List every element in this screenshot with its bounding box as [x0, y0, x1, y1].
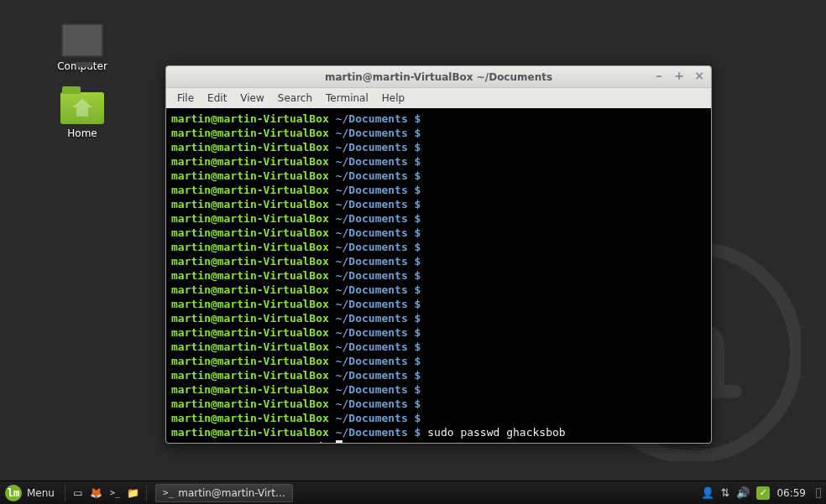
terminal-command-line: martin@martin-VirtualBox ~/Documents $ s…: [171, 425, 706, 439]
terminal-prompt-line: martin@martin-VirtualBox ~/Documents $: [171, 311, 706, 325]
taskbar-separator: [146, 485, 147, 501]
menu-search[interactable]: Search: [272, 91, 318, 106]
menu-terminal[interactable]: Terminal: [320, 91, 374, 106]
menu-help[interactable]: Help: [376, 91, 410, 106]
close-button[interactable]: ×: [693, 70, 706, 83]
files-launcher[interactable]: 📁: [124, 484, 143, 502]
terminal-prompt-line: martin@martin-VirtualBox ~/Documents $: [171, 112, 706, 126]
terminal-output-line: Enter new UNIX password:: [171, 439, 706, 443]
terminal-prompt-line: martin@martin-VirtualBox ~/Documents $: [171, 240, 706, 254]
show-desktop-icon: ▭: [73, 487, 82, 499]
terminal-window[interactable]: martin@martin-VirtualBox ~/Documents – +…: [165, 65, 712, 444]
desktop-icon-label: Home: [49, 127, 116, 139]
firefox-icon: 🦊: [90, 487, 102, 499]
terminal-prompt-line: martin@martin-VirtualBox ~/Documents $: [171, 297, 706, 311]
menu-view[interactable]: View: [234, 91, 269, 106]
taskbar: lm Menu ▭ 🦊 >_ 📁 >_ martin@martin-Virt… …: [0, 481, 826, 504]
terminal-launcher[interactable]: >_: [106, 484, 124, 502]
user-tray-icon[interactable]: 👤: [701, 486, 714, 499]
terminal-prompt-line: martin@martin-VirtualBox ~/Documents $: [171, 340, 706, 354]
terminal-prompt-line: martin@martin-VirtualBox ~/Documents $: [171, 354, 706, 368]
volume-tray-icon[interactable]: 🔊: [736, 486, 750, 499]
terminal-prompt-line: martin@martin-VirtualBox ~/Documents $: [171, 126, 706, 140]
desktop-icon-home[interactable]: Home: [49, 92, 116, 139]
terminal-prompt-line: martin@martin-VirtualBox ~/Documents $: [171, 226, 706, 240]
menu-file[interactable]: File: [171, 91, 200, 106]
taskbar-task-terminal[interactable]: >_ martin@martin-Virt…: [155, 484, 293, 502]
system-tray: 👤 ⇅ 🔊 ✓ 06:59: [701, 486, 827, 500]
terminal-prompt-line: martin@martin-VirtualBox ~/Documents $: [171, 268, 706, 283]
terminal-cursor: [336, 440, 342, 443]
terminal-prompt-line: martin@martin-VirtualBox ~/Documents $: [171, 254, 706, 268]
terminal-content[interactable]: martin@martin-VirtualBox ~/Documents $ma…: [166, 108, 711, 443]
menu-edit[interactable]: Edit: [201, 91, 233, 106]
files-icon: 📁: [127, 487, 139, 499]
firefox-launcher[interactable]: 🦊: [87, 484, 106, 502]
update-shield-icon[interactable]: ✓: [756, 486, 770, 500]
terminal-icon: >_: [110, 488, 120, 497]
window-controls: – + ×: [652, 70, 706, 83]
terminal-prompt-line: martin@martin-VirtualBox ~/Documents $: [171, 154, 706, 169]
terminal-prompt-line: martin@martin-VirtualBox ~/Documents $: [171, 382, 706, 397]
terminal-prompt-line: martin@martin-VirtualBox ~/Documents $: [171, 411, 706, 425]
maximize-button[interactable]: +: [672, 70, 686, 83]
desktop-icon-computer[interactable]: Computer: [49, 23, 116, 72]
terminal-prompt-line: martin@martin-VirtualBox ~/Documents $: [171, 211, 706, 226]
start-menu-button[interactable]: lm: [5, 485, 22, 501]
clock[interactable]: 06:59: [776, 487, 806, 499]
window-title: martin@martin-VirtualBox ~/Documents: [166, 71, 711, 83]
terminal-prompt-line: martin@martin-VirtualBox ~/Documents $: [171, 397, 706, 411]
window-titlebar[interactable]: martin@martin-VirtualBox ~/Documents – +…: [166, 66, 711, 88]
task-icon: >_: [163, 487, 174, 498]
show-desktop-button[interactable]: ▭: [69, 484, 87, 502]
mint-logo-icon: lm: [8, 487, 19, 499]
tray-end-widget[interactable]: [816, 488, 821, 498]
start-menu-label[interactable]: Menu: [27, 487, 55, 499]
task-label: martin@martin-Virt…: [178, 487, 285, 499]
terminal-prompt-line: martin@martin-VirtualBox ~/Documents $: [171, 140, 706, 154]
taskbar-separator: [65, 485, 65, 501]
home-folder-icon: [60, 92, 104, 124]
terminal-prompt-line: martin@martin-VirtualBox ~/Documents $: [171, 197, 706, 211]
computer-icon: [61, 23, 103, 57]
terminal-prompt-line: martin@martin-VirtualBox ~/Documents $: [171, 283, 706, 297]
terminal-prompt-line: martin@martin-VirtualBox ~/Documents $: [171, 183, 706, 197]
terminal-prompt-line: martin@martin-VirtualBox ~/Documents $: [171, 325, 706, 340]
terminal-prompt-line: martin@martin-VirtualBox ~/Documents $: [171, 169, 706, 183]
window-menubar: File Edit View Search Terminal Help: [166, 88, 711, 108]
network-tray-icon[interactable]: ⇅: [721, 486, 730, 499]
minimize-button[interactable]: –: [652, 70, 666, 83]
terminal-prompt-line: martin@martin-VirtualBox ~/Documents $: [171, 368, 706, 382]
